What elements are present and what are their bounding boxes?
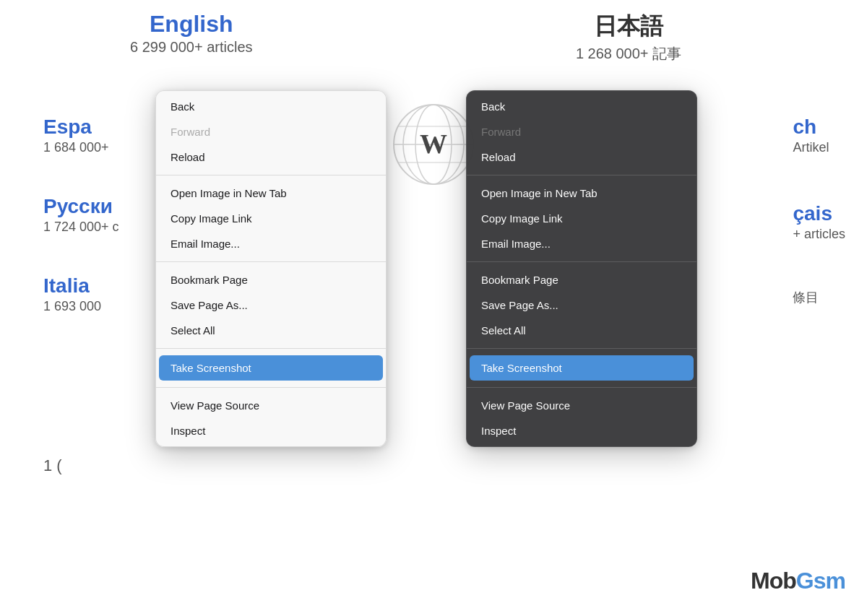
light-menu-email-image[interactable]: Email Image... bbox=[156, 231, 386, 256]
context-menu-dark: Back Forward Reload Open Image in New Ta… bbox=[466, 90, 697, 447]
japanese-title-area: 日本語 1 268 000+ 記事 bbox=[462, 11, 795, 64]
dark-menu-select-all[interactable]: Select All bbox=[467, 318, 696, 343]
watermark: MobGsm bbox=[751, 568, 845, 594]
light-menu-take-screenshot[interactable]: Take Screenshot bbox=[159, 355, 383, 381]
left-entry-1: Espa 1 684 000+ bbox=[43, 116, 119, 155]
menu-section-nav-light: Back Forward Reload bbox=[156, 91, 386, 173]
dark-menu-take-screenshot[interactable]: Take Screenshot bbox=[470, 355, 694, 381]
context-menu-light: Back Forward Reload Open Image in New Ta… bbox=[155, 90, 387, 447]
dark-menu-bookmark[interactable]: Bookmark Page bbox=[467, 267, 696, 292]
menu-section-page-dark: Bookmark Page Save Page As... Select All bbox=[467, 264, 696, 346]
left-language-entries: Espa 1 684 000+ Русски 1 724 000+ с Ital… bbox=[43, 116, 119, 354]
right-entry-3: 條目 bbox=[793, 289, 845, 306]
dark-sep-1 bbox=[467, 175, 696, 175]
light-menu-back[interactable]: Back bbox=[156, 94, 386, 119]
background-page: English 6 299 000+ articles 日本語 1 268 00… bbox=[0, 0, 867, 616]
japanese-articles: 1 268 000+ 記事 bbox=[462, 44, 795, 64]
menu-section-image-dark: Open Image in New Tab Copy Image Link Em… bbox=[467, 178, 696, 259]
menu-section-screenshot-dark: Take Screenshot bbox=[467, 351, 696, 385]
english-title: English bbox=[130, 11, 253, 38]
right-entry-2: çais + articles bbox=[793, 202, 845, 242]
menu-section-dev-light: View Page Source Inspect bbox=[156, 390, 386, 446]
light-sep-2 bbox=[156, 261, 386, 262]
left-lang-1-count: 1 684 000+ bbox=[43, 140, 119, 155]
dark-sep-4 bbox=[467, 387, 696, 388]
watermark-mob: Mob bbox=[751, 568, 796, 594]
dark-menu-copy-image-link[interactable]: Copy Image Link bbox=[467, 206, 696, 231]
dark-sep-2 bbox=[467, 261, 696, 262]
dark-menu-view-source[interactable]: View Page Source bbox=[467, 393, 696, 418]
light-sep-1 bbox=[156, 175, 386, 175]
light-sep-3 bbox=[156, 348, 386, 349]
right-lang-3-suffix: 條目 bbox=[793, 289, 845, 306]
dark-sep-3 bbox=[467, 348, 696, 349]
dark-menu-inspect[interactable]: Inspect bbox=[467, 418, 696, 443]
light-menu-view-source[interactable]: View Page Source bbox=[156, 393, 386, 418]
bottom-count: 1 ( bbox=[43, 456, 62, 475]
menu-section-screenshot-light: Take Screenshot bbox=[156, 351, 386, 385]
english-articles: 6 299 000+ articles bbox=[130, 39, 253, 56]
menu-section-image-light: Open Image in New Tab Copy Image Link Em… bbox=[156, 178, 386, 259]
light-menu-select-all[interactable]: Select All bbox=[156, 318, 386, 343]
svg-text:W: W bbox=[420, 129, 447, 159]
menu-section-page-light: Bookmark Page Save Page As... Select All bbox=[156, 264, 386, 346]
light-menu-open-image[interactable]: Open Image in New Tab bbox=[156, 181, 386, 206]
light-menu-save-page[interactable]: Save Page As... bbox=[156, 292, 386, 318]
dark-menu-email-image[interactable]: Email Image... bbox=[467, 231, 696, 256]
japanese-title: 日本語 bbox=[462, 11, 795, 43]
light-menu-copy-image-link[interactable]: Copy Image Link bbox=[156, 206, 386, 231]
dark-menu-save-page[interactable]: Save Page As... bbox=[467, 292, 696, 318]
dark-menu-back[interactable]: Back bbox=[467, 94, 696, 119]
watermark-gsm: Gsm bbox=[796, 568, 845, 594]
left-entry-2: Русски 1 724 000+ с bbox=[43, 195, 119, 235]
left-lang-2-count: 1 724 000+ с bbox=[43, 220, 119, 235]
dark-menu-open-image[interactable]: Open Image in New Tab bbox=[467, 181, 696, 206]
english-title-area: English 6 299 000+ articles bbox=[130, 11, 253, 56]
dark-menu-reload[interactable]: Reload bbox=[467, 144, 696, 170]
left-lang-1-title: Espa bbox=[43, 116, 119, 139]
wikipedia-globe: W bbox=[390, 101, 477, 188]
menu-section-nav-dark: Back Forward Reload bbox=[467, 91, 696, 173]
right-lang-2-suffix: + articles bbox=[793, 227, 845, 242]
dark-menu-forward[interactable]: Forward bbox=[467, 119, 696, 144]
right-entry-1: ch Artikel bbox=[793, 116, 845, 155]
light-menu-reload[interactable]: Reload bbox=[156, 144, 386, 170]
right-lang-1-suffix: Artikel bbox=[793, 140, 845, 155]
left-lang-2-title: Русски bbox=[43, 195, 119, 218]
left-lang-3-count: 1 693 000 bbox=[43, 299, 119, 314]
left-lang-3-title: Italia bbox=[43, 274, 119, 298]
menu-section-dev-dark: View Page Source Inspect bbox=[467, 390, 696, 446]
right-language-entries: ch Artikel çais + articles 條目 bbox=[793, 116, 845, 350]
light-menu-inspect[interactable]: Inspect bbox=[156, 418, 386, 443]
light-sep-4 bbox=[156, 387, 386, 388]
right-lang-2-title: çais bbox=[793, 202, 845, 225]
light-menu-bookmark[interactable]: Bookmark Page bbox=[156, 267, 386, 292]
left-entry-3: Italia 1 693 000 bbox=[43, 274, 119, 314]
right-lang-1-title: ch bbox=[793, 116, 845, 139]
light-menu-forward[interactable]: Forward bbox=[156, 119, 386, 144]
